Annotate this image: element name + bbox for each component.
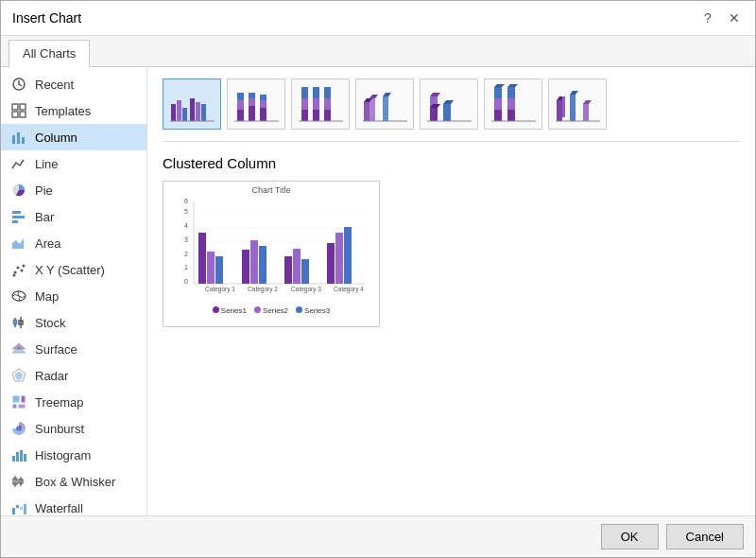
sidebar-item-recent[interactable]: Recent [1, 71, 146, 97]
svg-rect-131 [293, 249, 301, 284]
sidebar-item-sunburst[interactable]: Sunburst [1, 415, 146, 442]
svg-marker-102 [562, 96, 565, 117]
svg-rect-72 [313, 87, 319, 98]
sidebar-item-radar[interactable]: Radar [1, 362, 146, 389]
svg-rect-5 [12, 135, 15, 144]
title-bar: Insert Chart ? ✕ [1, 1, 755, 36]
sidebar-item-boxwhisker[interactable]: Box & Whisker [1, 468, 146, 495]
svg-rect-1 [12, 104, 18, 110]
sidebar-item-templates[interactable]: Templates [1, 97, 146, 124]
map-icon [10, 288, 27, 305]
svg-rect-105 [583, 104, 589, 121]
sidebar-item-histogram[interactable]: Histogram [1, 442, 146, 468]
svg-marker-86 [430, 93, 440, 96]
svg-rect-10 [12, 216, 25, 218]
histogram-icon [10, 446, 27, 463]
svg-rect-29 [12, 404, 17, 409]
thumb-3d-stacked-column[interactable] [420, 78, 478, 130]
svg-text:Category 3: Category 3 [291, 286, 321, 293]
svg-rect-41 [16, 505, 19, 508]
sidebar-item-pie[interactable]: Pie [1, 177, 146, 203]
svg-rect-73 [324, 110, 331, 121]
help-button[interactable]: ? [698, 9, 717, 27]
svg-rect-130 [284, 256, 292, 284]
thumb-clustered-column[interactable] [163, 78, 221, 130]
svg-marker-12 [12, 238, 24, 249]
svg-rect-52 [182, 108, 187, 121]
svg-rect-134 [327, 243, 335, 284]
thumb-100pct-stacked-column[interactable] [291, 78, 350, 130]
sidebar-label-pie: Pie [35, 183, 53, 198]
boxwhisker-icon [10, 473, 27, 490]
svg-text:5: 5 [184, 208, 188, 215]
svg-rect-63 [260, 108, 266, 121]
sidebar-label-bar: Bar [35, 210, 54, 224]
svg-marker-89 [443, 100, 454, 104]
tab-all-charts[interactable]: All Charts [9, 40, 90, 67]
chart-legend: Series1 Series2 Series3 [167, 306, 375, 315]
svg-rect-70 [313, 110, 319, 121]
svg-rect-6 [17, 132, 20, 144]
sidebar-label-histogram: Histogram [35, 448, 91, 462]
sidebar-item-surface[interactable]: Surface [1, 336, 146, 362]
svg-rect-68 [301, 98, 308, 110]
svg-marker-24 [12, 343, 26, 349]
svg-marker-106 [583, 100, 592, 104]
svg-point-16 [23, 265, 26, 268]
dialog-footer: OK Cancel [1, 515, 755, 557]
close-button[interactable]: ✕ [725, 9, 744, 27]
sidebar-item-bar[interactable]: Bar [1, 203, 146, 230]
svg-rect-62 [249, 93, 255, 98]
tab-bar: All Charts [1, 36, 755, 67]
svg-marker-80 [369, 95, 378, 98]
area-icon [10, 235, 27, 252]
ok-button[interactable]: OK [601, 524, 659, 549]
sidebar-item-line[interactable]: Line [1, 150, 146, 177]
svg-text:1: 1 [184, 264, 188, 270]
treemap-icon [10, 393, 27, 410]
svg-rect-59 [237, 93, 244, 100]
thumb-stacked-column[interactable] [227, 78, 285, 130]
svg-point-13 [14, 271, 17, 274]
sidebar-label-scatter: X Y (Scatter) [35, 263, 105, 277]
sidebar-item-waterfall[interactable]: Waterfall [1, 495, 146, 515]
svg-rect-77 [364, 102, 369, 121]
svg-rect-58 [237, 100, 244, 110]
svg-rect-61 [249, 98, 255, 106]
svg-rect-91 [494, 110, 502, 121]
sidebar-item-area[interactable]: Area [1, 230, 146, 256]
svg-rect-97 [507, 87, 515, 98]
svg-rect-60 [249, 106, 255, 121]
sidebar-item-stock[interactable]: Stock [1, 309, 146, 336]
svg-text:Category 4: Category 4 [334, 286, 364, 293]
column-icon [10, 129, 27, 146]
svg-rect-27 [12, 395, 20, 403]
svg-rect-136 [344, 227, 352, 284]
svg-rect-11 [12, 220, 18, 223]
thumb-3d-clustered-column[interactable] [355, 78, 414, 130]
cancel-button[interactable]: Cancel [666, 524, 744, 549]
svg-rect-92 [494, 98, 502, 110]
sidebar-item-treemap[interactable]: Treemap [1, 389, 146, 415]
svg-rect-55 [201, 104, 206, 121]
sidebar-item-column[interactable]: Column [1, 124, 146, 150]
svg-marker-98 [507, 84, 518, 87]
sidebar-label-area: Area [35, 236, 60, 251]
bar-icon [10, 208, 27, 225]
sidebar-item-map[interactable]: Map [1, 283, 146, 309]
templates-icon [10, 102, 27, 119]
svg-rect-33 [16, 452, 19, 462]
thumb-3d-100pct-stacked-column[interactable] [484, 78, 542, 130]
main-panel: Clustered Column Chart Title 0 1 2 3 4 5… [147, 67, 755, 515]
svg-marker-104 [570, 91, 578, 95]
svg-marker-82 [383, 93, 391, 96]
svg-rect-127 [250, 240, 258, 284]
dialog-title: Insert Chart [12, 10, 81, 26]
chart-types-row [163, 78, 740, 142]
svg-rect-50 [171, 104, 176, 121]
svg-rect-122 [198, 233, 206, 284]
sidebar-label-radar: Radar [35, 369, 68, 383]
sunburst-icon [10, 420, 27, 437]
thumb-3d-column[interactable] [548, 78, 607, 130]
sidebar-item-scatter[interactable]: X Y (Scatter) [1, 256, 146, 283]
